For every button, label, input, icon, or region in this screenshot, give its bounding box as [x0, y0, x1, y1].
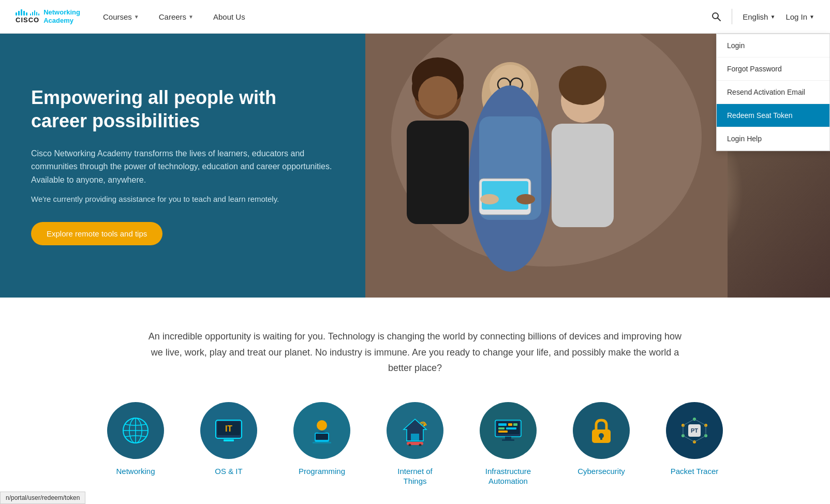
networking-label: Networking [116, 466, 155, 477]
svg-point-39 [423, 424, 425, 426]
course-item-cyber[interactable]: Cybersecurity [570, 402, 632, 486]
logo-area[interactable]: CISCO Networking Academy [16, 8, 80, 24]
cyber-icon [573, 402, 630, 459]
programming-label: Programming [299, 466, 345, 477]
academy-line2: Academy [43, 17, 80, 25]
svg-rect-48 [498, 427, 505, 429]
cisco-wordmark: CISCO [16, 16, 39, 24]
svg-rect-38 [411, 434, 419, 441]
header: CISCO Networking Academy Courses ▼ Caree… [0, 0, 830, 34]
lang-chevron-icon: ▼ [770, 14, 775, 20]
dropdown-redeem-token[interactable]: Redeem Seat Token [717, 104, 829, 127]
svg-rect-50 [498, 431, 508, 433]
svg-rect-49 [506, 427, 516, 429]
login-label: Log In [785, 12, 807, 21]
iot-icon [387, 402, 443, 459]
infra-icon [480, 402, 537, 459]
svg-rect-35 [316, 434, 328, 440]
svg-rect-55 [600, 437, 602, 440]
networking-icon [107, 402, 164, 459]
hero-title: Empowering all people with career possib… [31, 86, 334, 132]
svg-rect-19 [552, 124, 614, 227]
course-item-programming[interactable]: Programming [291, 402, 353, 486]
course-item-iot[interactable]: Internet ofThings [384, 402, 446, 486]
nav-careers[interactable]: Careers ▼ [157, 0, 196, 34]
main-nav: Courses ▼ Careers ▼ About Us [101, 0, 711, 34]
login-button[interactable]: Log In ▼ [785, 12, 814, 21]
login-chevron-icon: ▼ [809, 14, 814, 20]
cisco-logo: CISCO [16, 9, 39, 24]
language-selector[interactable]: English ▼ [743, 12, 775, 21]
middle-section: An incredible opportunity is waiting for… [0, 298, 830, 504]
nav-about[interactable]: About Us [211, 0, 247, 34]
dropdown-forgot-password[interactable]: Forgot Password [717, 57, 829, 81]
header-right: English ▼ Log In ▼ [711, 9, 814, 24]
login-dropdown: Login Forgot Password Resend Activation … [716, 34, 830, 151]
status-url: n/portal/user/redeem/token [6, 494, 80, 501]
svg-text:PT: PT [691, 427, 698, 434]
iot-label: Internet ofThings [397, 466, 433, 486]
svg-rect-52 [502, 439, 514, 441]
svg-rect-31 [224, 439, 234, 441]
svg-point-23 [516, 194, 535, 204]
hero-section: Empowering all people with career possib… [0, 34, 830, 298]
explore-button[interactable]: Explore remote tools and tips [31, 222, 162, 245]
infra-label: InfrastructureAutomation [485, 466, 531, 486]
svg-rect-47 [513, 423, 517, 426]
svg-point-22 [480, 194, 499, 204]
search-button[interactable] [711, 11, 721, 22]
careers-chevron-icon: ▼ [188, 14, 194, 20]
course-item-infra[interactable]: InfrastructureAutomation [477, 402, 539, 486]
svg-text:IT: IT [225, 424, 232, 433]
status-bar: n/portal/user/redeem/token [0, 492, 85, 504]
middle-description: An incredible opportunity is waiting for… [146, 329, 684, 376]
svg-rect-51 [505, 437, 511, 439]
packet-icon: PT [666, 402, 723, 459]
course-item-packet[interactable]: PT Packet Tracer [663, 402, 725, 486]
language-label: English [743, 12, 768, 21]
packet-label: Packet Tracer [671, 466, 719, 477]
svg-rect-45 [498, 423, 507, 426]
academy-line1: Networking [43, 8, 80, 17]
course-item-osit[interactable]: IT OS & IT [198, 402, 260, 486]
course-item-networking[interactable]: Networking [105, 402, 167, 486]
hero-left: Empowering all people with career possib… [0, 34, 365, 298]
courses-chevron-icon: ▼ [134, 14, 139, 20]
osit-label: OS & IT [215, 466, 242, 477]
svg-point-18 [559, 66, 606, 105]
svg-rect-46 [508, 423, 512, 426]
svg-rect-16 [407, 121, 469, 224]
svg-point-32 [317, 420, 327, 431]
osit-icon: IT [200, 402, 257, 459]
dropdown-login[interactable]: Login [717, 34, 829, 57]
svg-rect-36 [313, 442, 331, 443]
dropdown-login-help[interactable]: Login Help [717, 127, 829, 151]
cyber-label: Cybersecurity [577, 466, 625, 477]
hero-sub: We're currently providing assistance for… [31, 195, 334, 203]
svg-line-1 [718, 18, 721, 21]
hero-body: Cisco Networking Academy transforms the … [31, 147, 334, 187]
header-divider [732, 9, 732, 24]
svg-point-15 [418, 76, 457, 115]
nav-courses[interactable]: Courses ▼ [101, 0, 141, 34]
dropdown-resend-activation[interactable]: Resend Activation Email [717, 81, 829, 104]
programming-icon [293, 402, 350, 459]
course-icons-grid: Networking IT OS & IT [16, 402, 814, 486]
